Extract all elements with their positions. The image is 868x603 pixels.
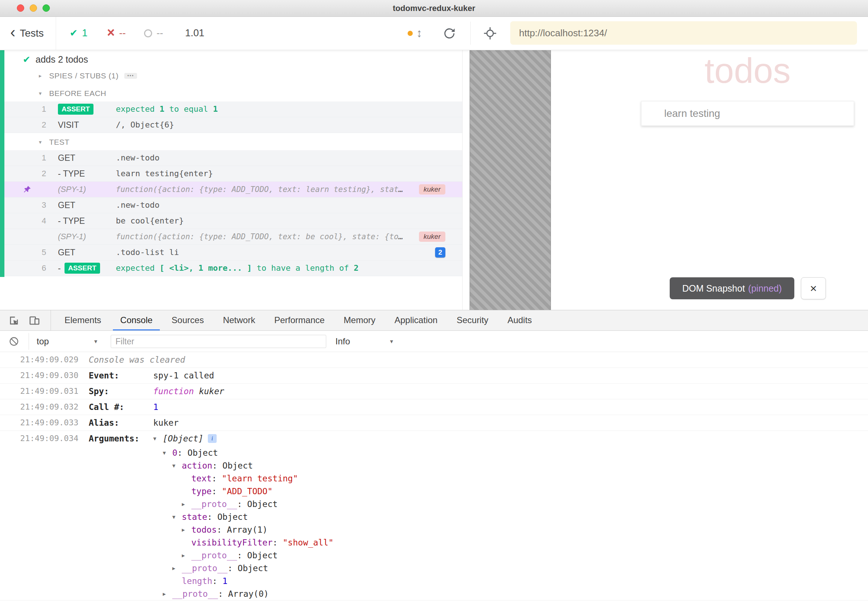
expand-arrow-icon[interactable]: ▼	[172, 463, 182, 468]
tree-row[interactable]: ▶__proto__: Object	[0, 549, 868, 561]
before-each-section[interactable]: ▾ BEFORE EACH	[0, 86, 462, 101]
clear-console-icon[interactable]	[9, 336, 19, 346]
passed-test-bar	[0, 50, 5, 277]
execution-context-selector[interactable]: top ▼	[37, 331, 98, 352]
command-log-row[interactable]: 2- TYPElearn testing{enter}	[0, 166, 462, 182]
log-label: Alias:	[89, 415, 153, 430]
chevron-down-icon: ▾	[39, 139, 49, 145]
tree-row[interactable]: ▼action: Object	[0, 459, 868, 472]
spy-log-row[interactable]: (SPY-1)function({action: {type: ADD_TODO…	[0, 229, 462, 245]
command-log-row[interactable]: 6-ASSERTexpected [ <li>, 1 more... ] to …	[0, 260, 462, 276]
console-filter-input[interactable]	[111, 335, 326, 348]
selector-playground-icon[interactable]	[483, 26, 497, 40]
expand-arrow-icon[interactable]: ▶	[182, 501, 191, 507]
dom-snapshot-tooltip: DOM Snapshot (pinned)	[670, 277, 794, 299]
tab-security[interactable]: Security	[447, 310, 498, 331]
check-icon: ✔	[70, 28, 78, 39]
tree-segment: state	[182, 512, 207, 522]
command-message: /, Object{6}	[116, 117, 407, 133]
pending-circle-icon	[144, 29, 152, 37]
app-url-bar[interactable]: http://localhost:1234/	[510, 21, 857, 45]
message-segment: learn testing{enter}	[116, 169, 213, 178]
message-segment: 1	[160, 104, 164, 114]
runner-toolbar: ‹ Tests ✔ 1 × -- -- 1.01 ↕ http://localh…	[0, 17, 868, 50]
devtools-panel: ElementsConsoleSourcesNetworkPerformance…	[0, 310, 868, 603]
test-body-label: TEST	[49, 138, 70, 147]
test-body-section[interactable]: ▾ TEST	[0, 135, 462, 150]
log-timestamp: 21:49:09.030	[20, 368, 89, 383]
command-name: (SPY-1)	[58, 182, 86, 197]
command-name: -ASSERT	[58, 260, 100, 276]
tree-row[interactable]: ▼state: Object	[0, 510, 868, 523]
context-label: top	[37, 336, 49, 346]
command-log-row[interactable]: 1ASSERTexpected 1 to equal 1	[0, 102, 462, 117]
tab-memory[interactable]: Memory	[334, 310, 385, 331]
command-log-row[interactable]: 3GET.new-todo	[0, 198, 462, 213]
command-number: 4	[0, 213, 46, 229]
command-log-row[interactable]: 4- TYPEbe cool{enter}	[0, 213, 462, 229]
new-todo-input[interactable]: learn testing	[641, 101, 854, 126]
before-each-commands: 1ASSERTexpected 1 to equal 12VISIT/, Obj…	[0, 102, 462, 133]
expand-arrow-icon[interactable]: ▼	[153, 431, 163, 446]
expand-arrow-icon[interactable]: ▶	[163, 591, 172, 597]
console-entry: 21:49:09.029Console was cleared	[0, 352, 868, 368]
tree-segment: Object	[217, 512, 248, 522]
log-label: Arguments:	[89, 431, 153, 446]
tree-segment: :	[273, 538, 283, 547]
tree-segment: __proto__	[191, 499, 237, 509]
tree-row[interactable]: ▼0: Object	[0, 446, 868, 459]
tree-row[interactable]: ▶__proto__: Object	[0, 561, 868, 574]
command-log-row[interactable]: 2VISIT/, Object{6}	[0, 117, 462, 133]
expand-arrow-icon[interactable]: ▶	[182, 527, 191, 533]
inspect-element-icon[interactable]	[8, 315, 20, 326]
tree-segment: 1	[223, 576, 228, 586]
expand-arrow-icon[interactable]: ▼	[163, 450, 172, 456]
pin-icon[interactable]	[23, 185, 31, 194]
device-toolbar-icon[interactable]	[29, 315, 40, 326]
tab-elements[interactable]: Elements	[55, 310, 111, 331]
unpin-snapshot-button[interactable]: ×	[801, 277, 826, 299]
command-log-row[interactable]: 1GET.new-todo	[0, 150, 462, 166]
tab-application[interactable]: Application	[385, 310, 447, 331]
tree-segment: type	[191, 487, 211, 496]
command-log-row[interactable]: 5GET.todo-list li2	[0, 245, 462, 260]
toolbar-divider	[470, 22, 471, 45]
tree-row[interactable]: ▶__proto__: Object	[0, 498, 868, 510]
back-to-tests-button[interactable]: ‹ Tests	[10, 17, 43, 50]
tab-network[interactable]: Network	[213, 310, 265, 331]
pending-stat: --	[144, 17, 163, 50]
tree-segment: Array(0)	[228, 589, 269, 598]
tab-console[interactable]: Console	[111, 310, 162, 331]
command-message: .todo-list li	[116, 245, 407, 260]
tree-row: length: 1	[0, 574, 868, 587]
command-number: 5	[0, 245, 46, 260]
test-header[interactable]: ✔ adds 2 todos	[0, 51, 462, 67]
tree-row[interactable]: ▶todos: Array(1)	[0, 523, 868, 536]
tree-segment: visibilityFilter	[191, 538, 273, 547]
tab-audits[interactable]: Audits	[498, 310, 541, 331]
message-segment: /, Object{6}	[116, 120, 174, 129]
log-timestamp: 21:49:09.031	[20, 383, 89, 399]
expand-arrow-icon[interactable]: ▶	[172, 565, 182, 571]
tree-segment: Object	[223, 461, 253, 470]
log-segment: spy-1 called	[153, 368, 214, 383]
message-segment: 1	[213, 104, 218, 114]
before-each-label: BEFORE EACH	[49, 89, 106, 98]
console-entry: 21:49:09.034Arguments:▼[Object]i▼0: Obje…	[0, 431, 868, 600]
scroll-arrows-icon[interactable]: ↕	[416, 17, 422, 50]
refresh-icon[interactable]	[443, 27, 456, 40]
tab-performance[interactable]: Performance	[265, 310, 334, 331]
tab-sources[interactable]: Sources	[162, 310, 213, 331]
tree-segment: todos	[191, 525, 217, 535]
chevron-down-icon: ▾	[39, 90, 49, 97]
spy-log-row[interactable]: (SPY-1)function({action: {type: ADD_TODO…	[0, 182, 462, 198]
log-level-selector[interactable]: Info ▼	[335, 331, 394, 352]
expand-arrow-icon[interactable]: ▼	[172, 514, 182, 520]
chevron-left-icon: ‹	[10, 25, 16, 40]
log-timestamp: 21:49:09.032	[20, 399, 89, 415]
tree-row[interactable]: ▶__proto__: Array(0)	[0, 587, 868, 600]
assert-badge: ASSERT	[65, 263, 100, 274]
command-number: 1	[0, 102, 46, 117]
expand-arrow-icon[interactable]: ▶	[182, 552, 191, 558]
spies-stubs-section[interactable]: ▸ SPIES / STUBS (1) •••	[0, 68, 462, 83]
